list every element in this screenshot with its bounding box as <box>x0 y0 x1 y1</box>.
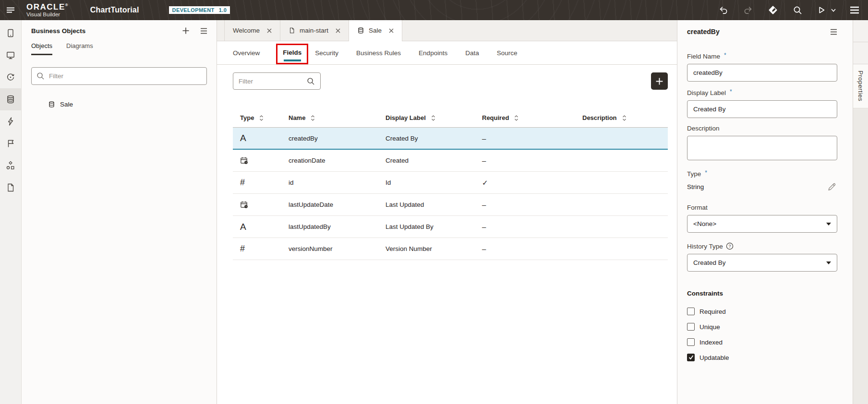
header-menu-button[interactable] <box>850 6 859 14</box>
help-icon[interactable]: ? <box>726 242 734 250</box>
fields-filter <box>233 72 321 90</box>
history-type-value: Created By <box>693 259 726 266</box>
sort-icon[interactable] <box>514 115 519 121</box>
fields-table-header: Type Name Display Label Required <box>233 108 668 128</box>
rail-item-business-objects[interactable] <box>0 88 21 110</box>
column-header-name[interactable]: Name <box>281 114 378 121</box>
dropdown-caret-icon <box>826 261 831 264</box>
history-type-select[interactable]: Created By <box>687 254 837 272</box>
column-header-display-label[interactable]: Display Label <box>378 114 475 121</box>
global-menu-button[interactable] <box>0 5 22 15</box>
tab-overview[interactable]: Overview <box>233 49 260 57</box>
field-name-label: Field Name* <box>687 53 837 60</box>
rail-item-components[interactable] <box>0 132 21 154</box>
display-label-cell: Version Number <box>378 245 475 252</box>
publish-changes-button[interactable] <box>767 4 779 16</box>
run-app-button[interactable] <box>817 5 836 15</box>
checkbox-label: Indexed <box>699 339 723 346</box>
checkbox-checked-icon <box>687 354 695 361</box>
tab-data[interactable]: Data <box>465 49 479 57</box>
tab-endpoints[interactable]: Endpoints <box>419 49 447 57</box>
checkbox-unchecked-icon <box>687 338 695 346</box>
required-cell: – <box>475 134 575 143</box>
sort-icon[interactable] <box>310 115 315 121</box>
undo-icon <box>718 5 729 15</box>
environment-badge: DEVELOPMENT 1.0 <box>169 6 230 14</box>
tab-business-rules[interactable]: Business Rules <box>356 49 401 57</box>
dock-strip-lower <box>853 109 868 404</box>
add-field-button[interactable] <box>651 72 668 90</box>
required-cell: ✓ <box>475 178 575 187</box>
plus-icon <box>182 27 190 35</box>
table-row[interactable]: # versionNumber Version Number – <box>233 238 668 260</box>
rail-item-source[interactable] <box>0 177 21 199</box>
tab-sale[interactable]: Sale <box>349 20 402 41</box>
search-icon <box>307 77 315 85</box>
rail-item-action-chains[interactable] <box>0 110 21 132</box>
display-label-cell: Created <box>378 157 475 164</box>
search-button[interactable] <box>793 5 803 15</box>
checkbox-indexed[interactable]: Indexed <box>687 338 837 346</box>
close-tab-button[interactable] <box>389 28 394 33</box>
object-list-item-sale[interactable]: Sale <box>22 97 217 111</box>
tab-security[interactable]: Security <box>315 49 338 57</box>
business-objects-panel: Business Objects Objects Diagrams Sale <box>22 20 217 404</box>
table-row[interactable]: lastUpdateDate Last Updated – <box>233 194 668 216</box>
rail-item-mobile-apps[interactable] <box>0 22 21 44</box>
required-asterisk: * <box>730 88 732 95</box>
field-name-input[interactable] <box>687 64 837 82</box>
field-name-cell: creationDate <box>281 157 378 164</box>
fields-filter-input[interactable] <box>239 78 303 85</box>
page-icon <box>289 27 295 34</box>
object-tab-bar: Overview Fields Security Business Rules … <box>217 41 677 65</box>
string-type-icon: A <box>233 222 281 232</box>
svg-text:?: ? <box>728 244 731 249</box>
table-row[interactable]: # id Id ✓ <box>233 172 668 194</box>
tab-fields[interactable]: Fields <box>283 49 301 56</box>
table-row[interactable]: A lastUpdatedBy Last Updated By – <box>233 216 668 238</box>
format-select[interactable]: <None> <box>687 215 837 233</box>
edit-type-button[interactable] <box>827 182 836 191</box>
number-type-icon: # <box>233 244 281 254</box>
display-label-input[interactable] <box>687 100 837 118</box>
tab-objects[interactable]: Objects <box>31 42 52 55</box>
panel-menu-button[interactable] <box>200 28 207 34</box>
app-title: ChartTutorial <box>90 6 139 14</box>
description-input[interactable] <box>687 136 837 160</box>
close-icon <box>267 28 272 33</box>
oracle-logo: ORACLE® Visual Builder <box>26 3 68 18</box>
tab-diagrams[interactable]: Diagrams <box>66 42 93 55</box>
sort-icon[interactable] <box>259 115 264 121</box>
required-cell: – <box>475 201 575 209</box>
table-row[interactable]: A createdBy Created By – <box>233 128 668 150</box>
version-label: 1.0 <box>219 7 227 13</box>
table-row[interactable]: creationDate Created – <box>233 150 668 172</box>
column-header-type[interactable]: Type <box>233 114 281 121</box>
tab-source[interactable]: Source <box>497 49 518 57</box>
add-business-object-button[interactable] <box>182 27 190 35</box>
close-tab-button[interactable] <box>336 28 340 33</box>
column-header-required[interactable]: Required <box>475 114 575 121</box>
tab-welcome[interactable]: Welcome <box>224 20 280 41</box>
redo-button[interactable] <box>743 5 753 15</box>
checkbox-updatable[interactable]: Updatable <box>687 354 837 361</box>
string-type-icon: A <box>233 133 281 143</box>
sort-icon[interactable] <box>431 115 436 121</box>
rail-item-dependencies[interactable] <box>0 154 21 177</box>
display-label-cell: Last Updated By <box>378 223 475 230</box>
close-tab-button[interactable] <box>267 28 272 33</box>
constraints-title: Constraints <box>687 290 837 297</box>
sort-icon[interactable] <box>622 115 627 121</box>
properties-menu-button[interactable] <box>830 29 837 35</box>
checkbox-required[interactable]: Required <box>687 308 837 315</box>
tab-properties-vertical[interactable]: Properties <box>853 64 868 108</box>
column-header-description[interactable]: Description <box>575 114 668 121</box>
objects-filter-input[interactable] <box>49 72 202 80</box>
rail-item-service-connections[interactable] <box>0 66 21 88</box>
undo-button[interactable] <box>718 5 729 15</box>
lightning-icon <box>6 117 15 126</box>
field-name-cell: lastUpdateDate <box>281 201 378 208</box>
rail-item-web-apps[interactable] <box>0 44 21 66</box>
tab-main-start[interactable]: main-start <box>280 20 349 41</box>
checkbox-unique[interactable]: Unique <box>687 323 837 331</box>
